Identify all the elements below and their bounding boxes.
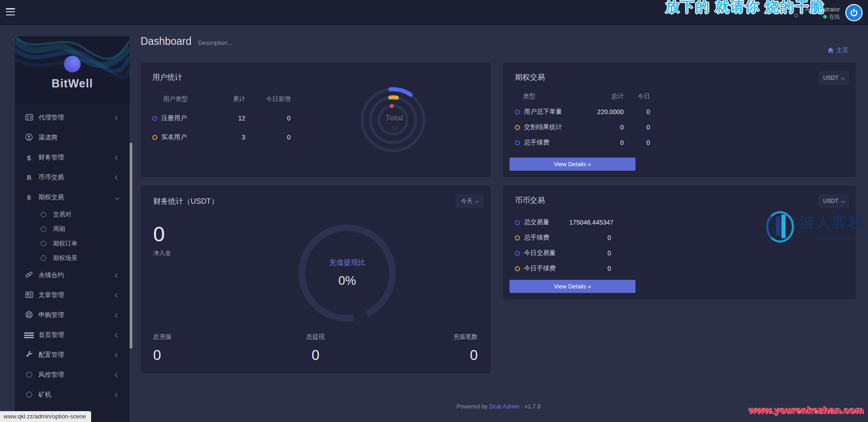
currency-dropdown[interactable]: USDT [819, 71, 849, 85]
currency-dropdown[interactable]: USDT [819, 194, 849, 208]
range-dropdown[interactable]: 今天 [456, 194, 484, 208]
sidebar-item-label: 文章管理 [39, 291, 64, 299]
cell-value: 220.0000 [583, 108, 624, 115]
sidebar-item-channel[interactable]: 渠道商 [15, 128, 130, 148]
dcat-admin-link[interactable]: Dcat Admin [489, 403, 519, 410]
finance-stats-card: 财务统计（USDT） 今天 0 净入金 充值提现比 0% 总充值 0 [141, 186, 490, 374]
cell-value: 0 [566, 249, 611, 257]
user-circle-icon [24, 134, 34, 142]
online-status-label: 在线 [829, 14, 840, 20]
legend-dot-orange [152, 135, 157, 140]
legend-dot-blue [515, 251, 520, 256]
sidebar-subitem-trade-pair[interactable]: 交易对 [15, 207, 130, 222]
coin-trade-table: 总交易量 175046.445347 总手续费 0 今日交易量 0 今日手续费 … [515, 215, 660, 276]
user-stats-card: 用户统计 用户类型 累计 今日新增 注册用户 12 0 实名用户 3 [141, 62, 490, 177]
finance-bottom-stats: 总充值 0 总提现 0 充值笔数 0 [141, 333, 490, 364]
sidebar-item-homepage-mgmt[interactable]: 首页管理 [15, 325, 130, 345]
logout-power-button[interactable] [845, 4, 863, 21]
chevron-left-icon [115, 373, 120, 377]
sidebar-item-label: 交易对 [53, 211, 72, 219]
dollar-icon: $ [24, 154, 34, 162]
col-header: 今日 [624, 92, 650, 101]
sidebar-item-risk-mgmt[interactable]: 风控管理 [15, 365, 130, 385]
sidebar-item-config-mgmt[interactable]: 配置管理 [15, 345, 130, 365]
sidebar-subitem-period[interactable]: 周期 [15, 222, 130, 236]
hamburger-menu-icon[interactable] [6, 8, 15, 15]
cell-value: 3 [211, 134, 245, 141]
sidebar-item-label: 币币交易 [39, 173, 64, 182]
chevron-left-icon [115, 293, 120, 297]
sidebar-item-spot-trade[interactable]: B 币币交易 [15, 168, 130, 187]
bitcoin-icon: ฿ [24, 193, 34, 201]
circle-icon [41, 241, 46, 246]
admin-user-block[interactable]: Administrator 在线 [805, 6, 840, 20]
sidebar-item-agent-mgmt[interactable]: 代理管理 [15, 108, 130, 128]
sidebar-item-label: 矿机 [39, 391, 51, 399]
sidebar-subitem-option-scene[interactable]: 期权场景 [15, 251, 130, 265]
life-ring-icon [24, 311, 34, 320]
sidebar-item-article-mgmt[interactable]: 文章管理 [15, 285, 130, 305]
cell-value: 0 [583, 124, 624, 131]
legend-dot-blue [515, 110, 520, 115]
cell-value: 0 [624, 139, 650, 146]
chevron-left-icon [115, 313, 120, 317]
cell-value: 0 [566, 265, 611, 272]
sidebar-scrollbar[interactable] [130, 143, 132, 349]
sidebar-item-option-trade[interactable]: ฿ 期权交易 [15, 187, 130, 207]
sidebar-item-label: 周期 [53, 225, 65, 233]
power-icon [850, 9, 858, 17]
col-header: 累计 [211, 95, 245, 103]
chevron-down-icon [841, 199, 845, 203]
sidebar-submenu-option: 交易对 周期 期权订单 期权场景 [15, 207, 130, 265]
sidebar-item-label: 期权订单 [53, 240, 78, 248]
option-trade-table: 类型 总计 今日 用户总下单量 220.0000 0 交割结果统计 0 0 [515, 89, 651, 150]
sidebar-item-miner[interactable]: 矿机 [15, 385, 130, 405]
legend-dot-blue [515, 220, 520, 225]
sidebar-item-label: 永续合约 [39, 271, 64, 279]
sidebar-item-label: 风控管理 [39, 371, 64, 379]
home-icon [827, 47, 834, 53]
footer-version: v1.7.8 [524, 403, 540, 410]
legend-dot-orange [515, 235, 520, 240]
table-row: 交割结果统计 0 0 [515, 120, 651, 135]
chain-link-icon [24, 271, 34, 280]
circle-icon [24, 371, 34, 379]
sidebar-item-perpetual[interactable]: 永续合约 [15, 265, 130, 285]
link-status-bar: www.qkl.zz/admin/option-scene [0, 411, 91, 422]
table-row: 今日手续费 0 [515, 261, 660, 276]
bars-icon [24, 331, 34, 339]
chevron-left-icon [115, 273, 120, 278]
sidebar-item-label: 代理管理 [39, 114, 64, 122]
circle-icon [41, 255, 46, 261]
table-row: 总手续费 0 [515, 230, 660, 245]
table-row: 注册用户 12 0 [152, 109, 302, 128]
sidebar-item-label: 首页管理 [39, 331, 64, 339]
view-details-button[interactable]: View Details » [509, 158, 635, 171]
red-url-watermark: www.yourenkezhan.com [749, 405, 864, 416]
chevron-down-icon [841, 76, 845, 80]
legend-dot-orange [515, 266, 520, 271]
stat-total-deposit: 总充值 0 [153, 333, 262, 364]
sidebar-item-label: 渠道商 [39, 134, 58, 142]
coin-trade-card: 币币交易 USDT 总交易量 175046.445347 总手续费 0 今日交易… [503, 186, 856, 299]
sidebar-menu: 代理管理 渠道商 $ 财务管理 B 币币交易 ฿ 期权交易 交易对 [15, 108, 130, 405]
sidebar-item-label: 期权场景 [53, 254, 78, 262]
sidebar-item-subscribe-mgmt[interactable]: 申购管理 [15, 305, 130, 325]
sidebar-item-finance-mgmt[interactable]: $ 财务管理 [15, 148, 130, 168]
col-header: 用户类型 [152, 95, 211, 103]
home-link[interactable]: 主页 [827, 46, 849, 54]
footer-powered-text: Powered by [456, 403, 488, 410]
sidebar-item-label: 财务管理 [39, 153, 64, 162]
legend-dot-blue [152, 116, 157, 121]
theme-sun-icon[interactable]: ☼ [793, 10, 800, 19]
deposit-withdraw-ring-chart [295, 221, 399, 325]
legend-dot-blue [515, 140, 520, 145]
sidebar-subitem-option-order[interactable]: 期权订单 [15, 236, 130, 251]
cell-value: 0 [624, 124, 650, 131]
chevron-down-icon [475, 199, 479, 203]
sidebar-logo-area: BitWell [15, 36, 130, 104]
page-subtitle: Description... [198, 39, 233, 46]
view-details-button[interactable]: View Details » [509, 280, 635, 293]
option-trade-card: 期权交易 USDT 类型 总计 今日 用户总下单量 220.0000 0 [503, 62, 856, 177]
cell-value: 0 [245, 115, 291, 122]
